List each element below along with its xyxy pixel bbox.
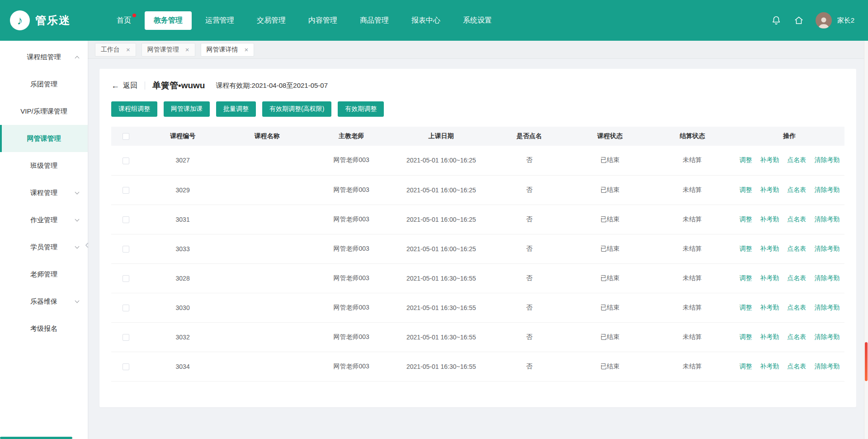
tab-close-icon[interactable]: × — [185, 46, 189, 53]
action-clear-attendance[interactable]: 清除考勤 — [814, 215, 840, 223]
toolbar-button[interactable]: 有效期调整 — [338, 101, 384, 117]
table-body: 3027 网管老师003 2021-05-01 16:00~16:25 否 已结… — [111, 146, 844, 381]
top-nav-item[interactable]: 报表中心 — [402, 11, 449, 30]
top-nav-item[interactable]: 商品管理 — [351, 11, 398, 30]
cell-course-status: 已结束 — [570, 205, 650, 234]
action-adjust[interactable]: 调整 — [739, 274, 752, 282]
tab[interactable]: 工作台 × — [95, 43, 136, 57]
action-roll-call-sheet[interactable]: 点名表 — [787, 156, 806, 163]
top-nav-item[interactable]: 内容管理 — [299, 11, 346, 30]
sidebar-item[interactable]: 乐团管理 — [0, 71, 88, 98]
row-checkbox[interactable] — [123, 363, 129, 370]
top-nav-item-label: 教务管理 — [154, 16, 183, 24]
top-nav-item[interactable]: 系统设置 — [454, 11, 501, 30]
sidebar-item[interactable]: 考级报名 — [0, 315, 88, 342]
row-checkbox[interactable] — [123, 334, 129, 341]
horizontal-scrollbar-thumb[interactable] — [0, 437, 72, 439]
sidebar-item[interactable]: 课程管理 — [0, 179, 88, 206]
row-checkbox[interactable] — [123, 305, 129, 311]
back-label: 返回 — [123, 81, 137, 91]
header-course-name: 课程名称 — [225, 127, 309, 146]
action-adjust[interactable]: 调整 — [739, 215, 752, 223]
toolbar-button[interactable]: 课程组调整 — [111, 101, 157, 117]
action-clear-attendance[interactable]: 清除考勤 — [814, 156, 840, 163]
row-checkbox[interactable] — [123, 157, 129, 164]
home-icon[interactable] — [793, 14, 805, 26]
sidebar-collapse-handle[interactable]: ‹ — [85, 239, 868, 250]
toolbar-button[interactable]: 网管课加课 — [164, 101, 210, 117]
sidebar-item[interactable]: 班级管理 — [0, 152, 88, 179]
sidebar-item[interactable]: 网管课管理 — [0, 125, 88, 152]
toolbar-button[interactable]: 批量调整 — [216, 101, 256, 117]
action-makeup-attendance[interactable]: 补考勤 — [760, 333, 779, 340]
tab[interactable]: 网管课管理 × — [142, 43, 195, 57]
sidebar-item-label: 乐器维保 — [30, 297, 57, 306]
action-makeup-attendance[interactable]: 补考勤 — [760, 363, 779, 370]
top-nav-item[interactable]: 教务管理 — [145, 11, 192, 30]
row-checkbox[interactable] — [123, 187, 129, 194]
action-makeup-attendance[interactable]: 补考勤 — [760, 156, 779, 163]
action-adjust[interactable]: 调整 — [739, 186, 752, 193]
select-all-checkbox[interactable] — [123, 133, 129, 140]
vertical-scrollbar-thumb[interactable] — [865, 342, 868, 381]
action-roll-call-sheet[interactable]: 点名表 — [787, 215, 806, 223]
sidebar-item[interactable]: 课程组管理 — [0, 43, 88, 71]
tab-label: 网管课管理 — [147, 46, 179, 54]
cell-course-name — [225, 146, 309, 175]
cell-course-name — [225, 352, 309, 381]
tab-close-icon[interactable]: × — [126, 46, 130, 53]
action-makeup-attendance[interactable]: 补考勤 — [760, 186, 779, 193]
header-operations: 操作 — [735, 127, 844, 146]
chevron-icon — [75, 244, 80, 248]
action-makeup-attendance[interactable]: 补考勤 — [760, 304, 779, 311]
toolbar-button[interactable]: 有效期调整(高权限) — [262, 101, 331, 117]
row-checkbox[interactable] — [123, 275, 129, 282]
action-roll-call-sheet[interactable]: 点名表 — [787, 304, 806, 311]
action-clear-attendance[interactable]: 清除考勤 — [814, 274, 840, 282]
detail-card: ← 返回 单簧管•wuwu 课程有效期:2021-04-08至2021-05-0… — [99, 69, 856, 407]
notification-dot — [132, 14, 136, 17]
action-roll-call-sheet[interactable]: 点名表 — [787, 363, 806, 370]
action-button-row: 课程组调整 网管课加课 批量调整 有效期调整(高权限) 有效期调整 — [111, 101, 844, 117]
top-nav-item[interactable]: 首页 — [108, 11, 140, 30]
tab-close-icon[interactable]: × — [245, 46, 249, 53]
action-clear-attendance[interactable]: 清除考勤 — [814, 304, 840, 311]
sidebar-item[interactable]: VIP/乐理课管理 — [0, 98, 88, 125]
cell-course-status: 已结束 — [570, 322, 650, 352]
bell-icon[interactable] — [770, 14, 782, 26]
cell-operations: 调整 补考勤 点名表 清除考勤 — [735, 175, 844, 205]
action-adjust[interactable]: 调整 — [739, 363, 752, 370]
action-clear-attendance[interactable]: 清除考勤 — [814, 363, 840, 370]
avatar[interactable] — [816, 12, 832, 29]
top-nav-item[interactable]: 交易管理 — [248, 11, 295, 30]
cell-class-date: 2021-05-01 16:00~16:25 — [393, 175, 489, 205]
action-clear-attendance[interactable]: 清除考勤 — [814, 186, 840, 193]
action-makeup-attendance[interactable]: 补考勤 — [760, 274, 779, 282]
action-roll-call-sheet[interactable]: 点名表 — [787, 186, 806, 193]
action-adjust[interactable]: 调整 — [739, 156, 752, 163]
action-clear-attendance[interactable]: 清除考勤 — [814, 333, 840, 340]
cell-operations: 调整 补考勤 点名表 清除考勤 — [735, 205, 844, 234]
cell-course-id: 3029 — [141, 175, 225, 205]
header-course-status: 课程状态 — [570, 127, 650, 146]
action-makeup-attendance[interactable]: 补考勤 — [760, 215, 779, 223]
action-adjust[interactable]: 调整 — [739, 304, 752, 311]
sidebar-item[interactable]: 老师管理 — [0, 261, 88, 288]
cell-teacher: 网管老师003 — [309, 263, 394, 293]
action-roll-call-sheet[interactable]: 点名表 — [787, 274, 806, 282]
cell-roll-call: 否 — [489, 146, 569, 175]
sidebar-item[interactable]: 乐器维保 — [0, 288, 88, 315]
sidebar-item[interactable]: 作业管理 — [0, 206, 88, 234]
cell-class-date: 2021-05-01 16:30~16:55 — [393, 352, 489, 381]
back-button[interactable]: ← 返回 — [111, 81, 137, 91]
cell-operations: 调整 补考勤 点名表 清除考勤 — [735, 352, 844, 381]
cell-roll-call: 否 — [489, 352, 569, 381]
action-roll-call-sheet[interactable]: 点名表 — [787, 333, 806, 340]
row-checkbox[interactable] — [123, 216, 129, 223]
top-nav-item[interactable]: 运营管理 — [196, 11, 243, 30]
tab[interactable]: 网管课详情 × — [201, 43, 255, 57]
user-name[interactable]: 家长2 — [837, 16, 854, 25]
action-adjust[interactable]: 调整 — [739, 333, 752, 340]
sidebar-item[interactable]: 学员管理 — [0, 234, 88, 261]
sidebar-item-label: VIP/乐理课管理 — [20, 107, 67, 116]
